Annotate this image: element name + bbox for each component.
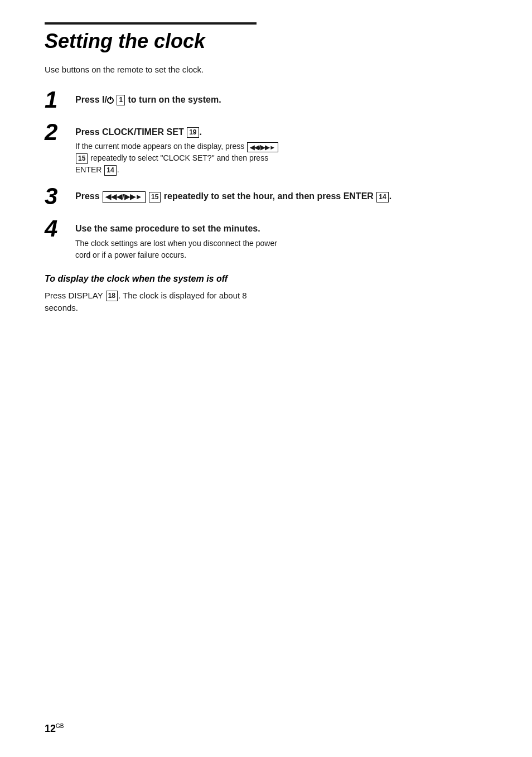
step-1-number: 1	[45, 88, 75, 112]
nav-arrows-step3: ◀◀◀/▶▶►	[103, 191, 145, 203]
step-2-number: 2	[45, 120, 75, 144]
subsection-title: To display the clock when the system is …	[45, 273, 268, 285]
step-4: 4 Use the same procedure to set the minu…	[45, 220, 487, 261]
step-3-number: 3	[45, 185, 75, 208]
badge-14-step3: 14	[376, 192, 388, 202]
step-2-content: Press CLOCK/TIMER SET 19. If the current…	[75, 124, 487, 176]
badge-18: 18	[106, 291, 118, 301]
step-2-main: Press CLOCK/TIMER SET 19.	[75, 126, 487, 138]
badge-14-step2: 14	[104, 165, 116, 176]
page-number: 12GB	[45, 723, 64, 734]
step-2-sub: If the current mode appears on the displ…	[75, 141, 282, 176]
step-3-content: Press ◀◀◀/▶▶► 15 repeatedly to set the h…	[75, 188, 487, 205]
intro-text: Use buttons on the remote to set the clo…	[45, 64, 268, 76]
steps-container: 1 Press I/ 1 to turn on the system. 2 Pr…	[45, 91, 487, 261]
page: Setting the clock Use buttons on the rem…	[0, 0, 532, 757]
badge-15-step3: 15	[149, 192, 161, 202]
badge-1: 1	[117, 95, 125, 105]
badge-19: 19	[187, 127, 199, 138]
step-1-content: Press I/ 1 to turn on the system.	[75, 91, 487, 108]
step-4-number: 4	[45, 217, 75, 240]
step-4-sub: The clock settings are lost when you dis…	[75, 238, 282, 261]
page-footer: 12GB	[45, 723, 64, 735]
badge-15-step2: 15	[76, 153, 88, 164]
step-4-content: Use the same procedure to set the minute…	[75, 220, 487, 261]
subsection-text: Press DISPLAY 18. The clock is displayed…	[45, 290, 268, 315]
top-rule	[45, 22, 257, 25]
step-3-main: Press ◀◀◀/▶▶► 15 repeatedly to set the h…	[75, 190, 487, 202]
step-3: 3 Press ◀◀◀/▶▶► 15 repeatedly to set the…	[45, 188, 487, 208]
step-4-main: Use the same procedure to set the minute…	[75, 223, 487, 235]
nav-prev-icon: ◀◀/▶▶►	[247, 142, 278, 152]
step-1: 1 Press I/ 1 to turn on the system.	[45, 91, 487, 112]
step-1-main: Press I/ 1 to turn on the system.	[75, 94, 487, 106]
subsection: To display the clock when the system is …	[45, 273, 487, 315]
page-title: Setting the clock	[45, 30, 487, 52]
step-2: 2 Press CLOCK/TIMER SET 19. If the curre…	[45, 124, 487, 176]
